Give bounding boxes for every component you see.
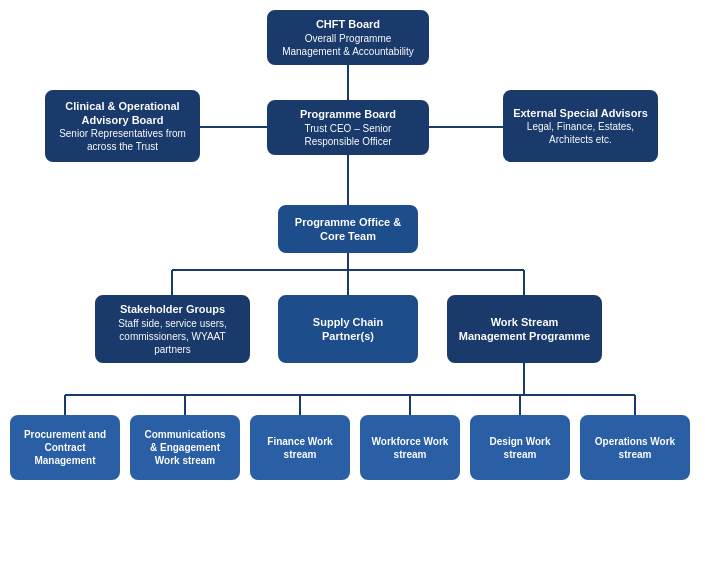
external-advisors-subtitle: Legal, Finance, Estates, Architects etc. — [513, 120, 648, 146]
work-stream-mgmt-box: Work Stream Management Programme — [447, 295, 602, 363]
design-title: Design Work stream — [480, 435, 560, 461]
chft-board-subtitle: Overall Programme Management & Accountab… — [277, 32, 419, 58]
external-advisors-box: External Special Advisors Legal, Finance… — [503, 90, 658, 162]
clinical-board-subtitle: Senior Representatives from across the T… — [55, 127, 190, 153]
procurement-box: Procurement and Contract Management — [10, 415, 120, 480]
programme-board-subtitle: Trust CEO – Senior Responsible Officer — [277, 122, 419, 148]
finance-title: Finance Work stream — [260, 435, 340, 461]
finance-box: Finance Work stream — [250, 415, 350, 480]
communications-title: Communications & Engagement Work stream — [140, 428, 230, 467]
org-chart: CHFT Board Overall Programme Management … — [0, 0, 705, 575]
workforce-box: Workforce Work stream — [360, 415, 460, 480]
chft-board-title: CHFT Board — [316, 17, 380, 31]
operations-title: Operations Work stream — [590, 435, 680, 461]
workforce-title: Workforce Work stream — [370, 435, 450, 461]
stakeholder-groups-subtitle: Staff side, service users, commissioners… — [105, 317, 240, 356]
programme-office-box: Programme Office & Core Team — [278, 205, 418, 253]
connector-lines — [0, 0, 705, 575]
clinical-board-title: Clinical & Operational Advisory Board — [55, 99, 190, 128]
work-stream-mgmt-title: Work Stream Management Programme — [457, 315, 592, 344]
stakeholder-groups-box: Stakeholder Groups Staff side, service u… — [95, 295, 250, 363]
procurement-title: Procurement and Contract Management — [20, 428, 110, 467]
operations-box: Operations Work stream — [580, 415, 690, 480]
external-advisors-title: External Special Advisors — [513, 106, 648, 120]
supply-chain-box: Supply Chain Partner(s) — [278, 295, 418, 363]
stakeholder-groups-title: Stakeholder Groups — [120, 302, 225, 316]
chft-board-box: CHFT Board Overall Programme Management … — [267, 10, 429, 65]
design-box: Design Work stream — [470, 415, 570, 480]
programme-board-box: Programme Board Trust CEO – Senior Respo… — [267, 100, 429, 155]
communications-box: Communications & Engagement Work stream — [130, 415, 240, 480]
clinical-board-box: Clinical & Operational Advisory Board Se… — [45, 90, 200, 162]
programme-office-title: Programme Office & Core Team — [288, 215, 408, 244]
programme-board-title: Programme Board — [300, 107, 396, 121]
supply-chain-title: Supply Chain Partner(s) — [288, 315, 408, 344]
